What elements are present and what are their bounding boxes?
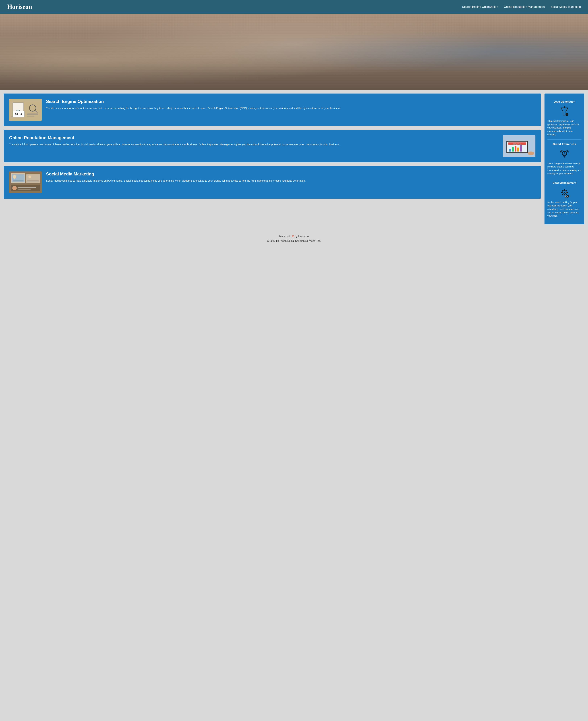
footer-copyright: © 2019 Horiseon Social Solution Services… [2,239,586,243]
heart-icon: ❤ [292,235,295,238]
svg-rect-29 [18,187,36,188]
content-wrapper: SEO Search Engine Optimization The domin… [0,90,588,228]
seo-title: Search Engine Optimization [46,99,536,104]
lead-generation-section: Lead Generation $ Inbound strategies for… [547,97,582,140]
cost-management-section: Cost Management $ $ [547,178,582,220]
cost-management-title: Cost Management [553,181,576,184]
lead-generation-icon: $ [559,106,570,117]
svg-rect-52 [566,194,567,195]
orm-illustration: REPUTATION [503,135,536,157]
smm-body: Social media continues to have a sizable… [46,179,536,183]
svg-rect-24 [26,174,40,183]
svg-point-22 [13,175,16,179]
svg-rect-30 [18,189,31,190]
site-logo: Horiseon [7,3,32,10]
svg-rect-51 [562,194,563,195]
svg-rect-14 [512,147,514,151]
footer-made-with: Made with ❤ by Horiseon [2,234,586,239]
orm-image: REPUTATION [503,135,536,157]
smm-title: Social Media Marketing [46,171,536,176]
smm-section: Social Media Marketing Social media cont… [4,166,541,199]
svg-rect-16 [517,148,519,151]
orm-title: Online Reputation Management [9,135,499,140]
seo-text: Search Engine Optimization The dominance… [46,99,536,110]
svg-text:$: $ [565,196,566,198]
sidebar: Lead Generation $ Inbound strategies for… [545,93,584,224]
svg-rect-7 [11,116,24,117]
seo-body: The dominance of mobile internet use mea… [46,106,536,110]
svg-point-28 [12,186,17,190]
seo-image: SEO [9,99,42,121]
svg-text:$: $ [566,114,567,115]
orm-section: Online Reputation Management The web is … [4,130,541,163]
svg-text:REPUTATION: REPUTATION [513,143,521,145]
svg-rect-5 [27,113,38,115]
lead-generation-body: Inbound strategies for lead generation r… [547,120,582,136]
smm-text: Social Media Marketing Social media cont… [46,171,536,183]
main-nav: Search Engine Optimization Online Reputa… [462,5,581,8]
nav-seo[interactable]: Search Engine Optimization [462,5,498,8]
svg-rect-15 [514,146,517,151]
brand-awareness-body: Users find your business through paid an… [547,162,582,175]
seo-section: SEO Search Engine Optimization The domin… [4,93,541,126]
lead-generation-title: Lead Generation [553,100,575,103]
smm-illustration [9,171,42,193]
svg-point-18 [528,151,534,155]
svg-rect-13 [509,149,511,151]
svg-rect-46 [564,194,565,195]
svg-rect-6 [27,115,35,117]
cost-management-icon: $ $ $ [559,187,570,198]
nav-orm[interactable]: Online Reputation Management [504,5,545,8]
brand-awareness-section: Brand Awareness Use [547,140,582,178]
main-content: SEO Search Engine Optimization The domin… [4,93,541,224]
seo-illustration: SEO [9,99,42,121]
orm-text: Online Reputation Management The web is … [9,135,499,147]
svg-rect-48 [567,192,568,193]
svg-point-42 [564,152,565,153]
svg-rect-47 [561,192,562,193]
brand-awareness-title: Brand Awareness [553,143,576,146]
site-footer: Made with ❤ by Horiseon © 2019 Horiseon … [0,230,588,246]
brand-awareness-icon [559,148,570,160]
cost-management-body: As the search ranking for your business … [547,200,582,218]
svg-rect-17 [520,145,522,151]
svg-point-25 [28,175,31,178]
svg-text:SEO: SEO [16,109,20,111]
smm-image [9,171,42,193]
hero-image [0,14,588,90]
nav-smm[interactable]: Social Media Marketing [551,5,581,8]
orm-body: The web is full of opinions, and some of… [9,143,499,147]
svg-rect-45 [564,189,565,190]
svg-rect-23 [13,181,24,182]
site-header: Horiseon Search Engine Optimization Onli… [0,0,588,14]
svg-rect-26 [27,181,39,182]
svg-text:$: $ [564,191,565,194]
svg-text:$: $ [567,196,568,197]
